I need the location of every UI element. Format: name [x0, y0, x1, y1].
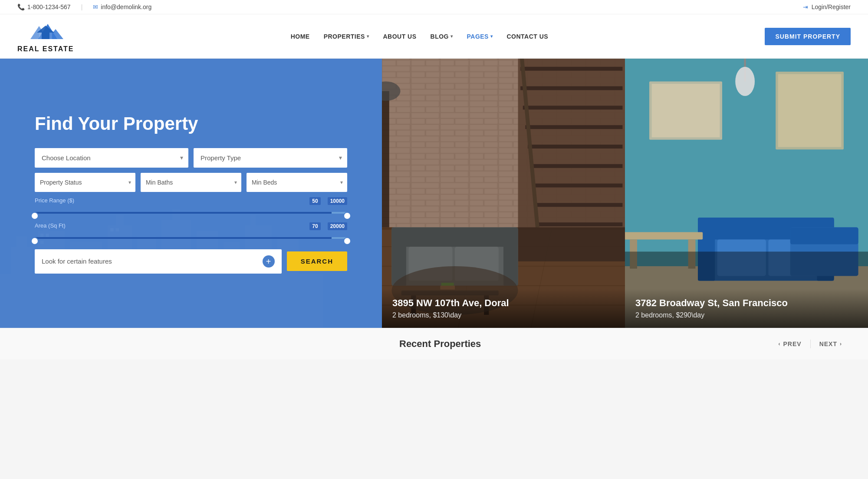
svg-rect-45 [525, 125, 622, 129]
email-item: ✉ info@demolink.org [93, 3, 151, 10]
topbar-divider: | [81, 3, 83, 10]
property-type-select[interactable]: Property Type House Apartment Villa [194, 148, 347, 168]
svg-rect-48 [533, 184, 622, 188]
logo-text: REAL ESTATE [17, 45, 74, 53]
bottom-bar: Recent Properties ‹ PREV NEXT › [0, 328, 868, 360]
property-card-2: ⚙ [625, 59, 868, 328]
property-2-address: 3782 Broadway St, San Francisco [635, 297, 858, 309]
location-select[interactable]: Choose Location New York Los Angeles San… [35, 148, 188, 168]
area-min-val: 70 [309, 222, 320, 230]
svg-rect-61 [382, 91, 389, 228]
area-range-section: Area (Sq Ft) 70 20000 [35, 222, 347, 243]
blog-arrow: ▾ [450, 34, 453, 39]
svg-rect-73 [778, 74, 842, 147]
area-thumb-min[interactable] [31, 237, 39, 245]
beds-select-wrapper: Min Beds 1 2 3 [247, 173, 347, 192]
phone-icon: 📞 [17, 3, 25, 10]
min-baths-select[interactable]: Min Baths 1 2 3 [141, 173, 241, 192]
price-thumb-max[interactable] [343, 212, 351, 220]
logo: REAL ESTATE [17, 20, 74, 53]
search-button[interactable]: SEARCH [287, 251, 347, 271]
property-image-1 [382, 59, 625, 328]
header: REAL ESTATE HOME PROPERTIES ▾ ABOUT US B… [0, 14, 868, 59]
search-form: Choose Location New York Los Angeles San… [35, 148, 347, 274]
area-thumb-max[interactable] [343, 237, 351, 245]
price-range-label: Price Range ($) [35, 197, 74, 205]
properties-arrow: ▾ [367, 34, 369, 39]
topbar: 📞 1-800-1234-567 | ✉ info@demolink.org ⇥… [0, 0, 868, 14]
svg-rect-50 [537, 222, 622, 226]
login-label: Login/Register [812, 3, 851, 10]
svg-rect-6 [0, 274, 323, 328]
svg-rect-47 [530, 164, 623, 168]
nav-home[interactable]: HOME [291, 33, 310, 40]
area-range-labels: Area (Sq Ft) 70 20000 [35, 222, 347, 230]
pages-arrow: ▾ [490, 34, 493, 39]
property-2-price: 2 bedrooms, $290\day [635, 311, 858, 319]
hero-title: Find Your Property [35, 113, 347, 134]
nav-properties[interactable]: PROPERTIES ▾ [324, 33, 369, 40]
recent-properties-title: Recent Properties [399, 338, 481, 350]
prev-button[interactable]: ‹ PREV [770, 337, 810, 351]
price-range-section: Price Range ($) 50 10000 [35, 197, 347, 218]
bottom-left-spacer [0, 328, 382, 360]
svg-rect-42 [520, 67, 622, 71]
nav-about[interactable]: ABOUT US [383, 33, 416, 40]
price-max-val: 10000 [328, 197, 347, 205]
price-track [35, 212, 347, 214]
features-plus-icon[interactable]: + [263, 255, 275, 268]
price-range-labels: Price Range ($) 50 10000 [35, 197, 347, 205]
main-nav: HOME PROPERTIES ▾ ABOUT US BLOG ▾ PAGES … [291, 33, 549, 40]
svg-point-86 [735, 67, 755, 96]
nav-pages[interactable]: PAGES ▾ [467, 33, 493, 40]
property-1-price: 2 bedrooms, $130\day [392, 311, 615, 319]
phone-number: 1-800-1234-567 [27, 3, 71, 10]
search-row-2: Property Status For Sale For Rent Min Ba… [35, 173, 347, 192]
nav-contact[interactable]: CONTACT US [506, 33, 548, 40]
recent-nav-buttons: ‹ PREV NEXT › [770, 337, 851, 351]
login-button[interactable]: ⇥ Login/Register [803, 3, 851, 10]
property-1-address: 3895 NW 107th Ave, Doral [392, 297, 615, 309]
recent-properties-bar: Recent Properties ‹ PREV NEXT › [382, 328, 868, 360]
property-2-overlay: 3782 Broadway St, San Francisco 2 bedroo… [625, 289, 868, 328]
property-image-2 [625, 59, 868, 328]
next-button[interactable]: NEXT › [811, 337, 851, 351]
min-beds-select[interactable]: Min Beds 1 2 3 [247, 173, 347, 192]
features-placeholder: Look for certain features [42, 258, 112, 265]
area-track [35, 237, 347, 239]
property-1-overlay: 3895 NW 107th Ave, Doral 2 bedrooms, $13… [382, 289, 625, 328]
hero-left-panel: Find Your Property Choose Location New Y… [0, 59, 382, 328]
price-thumb-min[interactable] [31, 212, 39, 220]
property-status-select[interactable]: Property Status For Sale For Rent [35, 173, 135, 192]
svg-rect-82 [625, 232, 703, 240]
submit-property-button[interactable]: SUBMIT PROPERTY [765, 28, 851, 45]
status-select-wrapper: Property Status For Sale For Rent [35, 173, 135, 192]
area-fill [35, 237, 332, 239]
prev-arrow: ‹ [779, 341, 781, 347]
type-select-wrapper: Property Type House Apartment Villa [194, 148, 347, 168]
features-input[interactable]: Look for certain features + [35, 249, 282, 274]
baths-select-wrapper: Min Baths 1 2 3 [141, 173, 241, 192]
svg-rect-71 [652, 84, 720, 137]
area-range-track [35, 233, 347, 243]
property-card-1: 3895 NW 107th Ave, Doral 2 bedrooms, $13… [382, 59, 625, 328]
price-min-val: 50 [309, 197, 320, 205]
login-icon: ⇥ [803, 3, 808, 10]
svg-rect-81 [790, 227, 858, 244]
price-fill [35, 212, 332, 214]
location-select-wrapper: Choose Location New York Los Angeles San… [35, 148, 188, 168]
hero-section: Find Your Property Choose Location New Y… [0, 59, 868, 328]
phone-item: 📞 1-800-1234-567 [17, 3, 71, 10]
hero-right-panel: 3895 NW 107th Ave, Doral 2 bedrooms, $13… [382, 59, 868, 328]
svg-rect-5 [42, 33, 49, 39]
next-arrow: › [840, 341, 842, 347]
svg-rect-44 [523, 106, 623, 109]
svg-rect-8 [16, 236, 27, 247]
svg-rect-49 [535, 203, 623, 207]
search-row-1: Choose Location New York Los Angeles San… [35, 148, 347, 168]
svg-rect-7 [11, 247, 33, 274]
svg-rect-43 [520, 86, 622, 90]
topbar-left: 📞 1-800-1234-567 | ✉ info@demolink.org [17, 3, 151, 10]
nav-blog[interactable]: BLOG ▾ [431, 33, 453, 40]
price-range-track [35, 208, 347, 218]
